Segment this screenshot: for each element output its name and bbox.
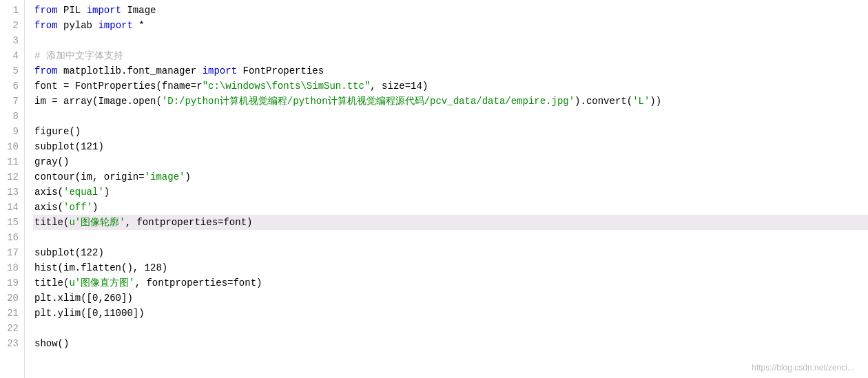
token-plain: , fontproperties=font) — [135, 277, 262, 288]
token-str: 'equal' — [63, 187, 104, 198]
line-number: 19 — [6, 275, 19, 291]
line-number: 7 — [6, 94, 19, 109]
code-line: subplot(122) — [33, 245, 868, 260]
line-number: 20 — [6, 291, 19, 306]
line-number: 15 — [6, 215, 19, 230]
token-plain: FontProperties — [237, 65, 324, 76]
token-kw: from — [34, 20, 58, 31]
token-plain: axis( — [34, 187, 63, 198]
line-number: 10 — [6, 139, 19, 154]
line-number: 18 — [6, 260, 19, 275]
line-number: 13 — [6, 185, 19, 200]
token-plain: gray() — [34, 156, 69, 167]
code-line: show() — [33, 336, 868, 351]
token-plain: plt.ylim([0,11000]) — [34, 308, 145, 319]
token-comment: # 添加中文字体支持 — [34, 50, 123, 61]
line-number: 16 — [6, 230, 19, 245]
token-kw: import — [203, 65, 237, 76]
token-plain: title( — [34, 277, 69, 288]
token-plain: show() — [34, 338, 69, 349]
code-line: font = FontProperties(fname=r"c:\windows… — [33, 78, 868, 94]
token-str: 'L' — [632, 96, 650, 107]
token-plain: )) — [650, 96, 661, 107]
token-plain: figure() — [34, 126, 81, 137]
watermark: https://blog.csdn.net/zenci... — [752, 363, 854, 372]
token-plain: * — [133, 20, 145, 31]
token-plain: subplot(122) — [34, 247, 104, 258]
token-plain: plt.xlim([0,260]) — [34, 293, 133, 304]
token-kw: from — [34, 65, 58, 76]
token-plain: ).convert( — [575, 96, 632, 107]
token-str: 'image' — [145, 171, 185, 182]
token-kw: import — [98, 20, 132, 31]
token-plain: PIL — [58, 5, 87, 16]
code-line: gray() — [33, 154, 868, 169]
code-line — [33, 321, 868, 336]
code-line: # 添加中文字体支持 — [33, 48, 868, 63]
code-area[interactable]: from PIL import Imagefrom pylab import *… — [25, 0, 868, 378]
line-number: 6 — [6, 78, 19, 94]
token-plain: ) — [185, 171, 190, 182]
code-line: axis('equal') — [33, 185, 868, 200]
token-plain: , size=14) — [370, 81, 428, 92]
line-number: 4 — [6, 48, 19, 63]
token-kw: from — [34, 5, 58, 16]
code-line — [33, 109, 868, 124]
code-line: plt.xlim([0,260]) — [33, 291, 868, 306]
code-line: plt.ylim([0,11000]) — [33, 306, 868, 321]
code-line: from matplotlib.font_manager import Font… — [33, 63, 868, 78]
code-line: from PIL import Image — [33, 3, 868, 18]
token-plain: title( — [34, 217, 69, 228]
line-numbers: 1234567891011121314151617181920212223 — [0, 0, 25, 378]
line-number: 23 — [6, 336, 19, 351]
code-line: axis('off') — [33, 200, 868, 215]
token-str: u'图像直方图' — [69, 277, 134, 288]
code-line: hist(im.flatten(), 128) — [33, 260, 868, 275]
token-plain: axis( — [34, 202, 63, 213]
token-plain: matplotlib.font_manager — [58, 65, 203, 76]
token-plain: font = FontProperties(fname=r — [34, 81, 203, 92]
code-line: figure() — [33, 124, 868, 139]
token-str: 'off' — [63, 202, 92, 213]
code-editor: 1234567891011121314151617181920212223 fr… — [0, 0, 868, 378]
token-kw: import — [87, 5, 121, 16]
code-line: from pylab import * — [33, 18, 868, 33]
token-str: 'D:/python计算机视觉编程/python计算机视觉编程源代码/pcv_d… — [162, 96, 575, 107]
token-plain: ) — [104, 187, 110, 198]
line-number: 22 — [6, 321, 19, 336]
token-str: "c:\windows\fonts\SimSun.ttc" — [203, 81, 371, 92]
line-number: 8 — [6, 109, 19, 124]
line-number: 17 — [6, 245, 19, 260]
token-str: u'图像轮廓' — [69, 217, 125, 228]
line-number: 21 — [6, 306, 19, 321]
code-line — [33, 230, 868, 245]
line-number: 9 — [6, 124, 19, 139]
code-line: title(u'图像轮廓', fontproperties=font) — [33, 215, 868, 230]
line-number: 2 — [6, 18, 19, 33]
token-plain: contour(im, origin= — [34, 171, 145, 182]
line-number: 1 — [6, 3, 19, 18]
token-plain: Image — [121, 5, 156, 16]
code-line — [33, 33, 868, 48]
token-plain: ) — [92, 202, 98, 213]
line-number: 5 — [6, 63, 19, 78]
token-plain: subplot(121) — [34, 141, 104, 152]
code-line: title(u'图像直方图', fontproperties=font) — [33, 275, 868, 291]
token-plain: , fontproperties=font) — [125, 217, 253, 228]
line-number: 14 — [6, 200, 19, 215]
token-plain: im = array(Image.open( — [34, 96, 162, 107]
token-plain: hist(im.flatten(), 128) — [34, 262, 167, 273]
line-number: 3 — [6, 33, 19, 48]
line-number: 11 — [6, 154, 19, 169]
code-line: subplot(121) — [33, 139, 868, 154]
code-line: contour(im, origin='image') — [33, 169, 868, 185]
code-line: im = array(Image.open('D:/python计算机视觉编程/… — [33, 94, 868, 109]
token-plain: pylab — [58, 20, 99, 31]
line-number: 12 — [6, 169, 19, 185]
